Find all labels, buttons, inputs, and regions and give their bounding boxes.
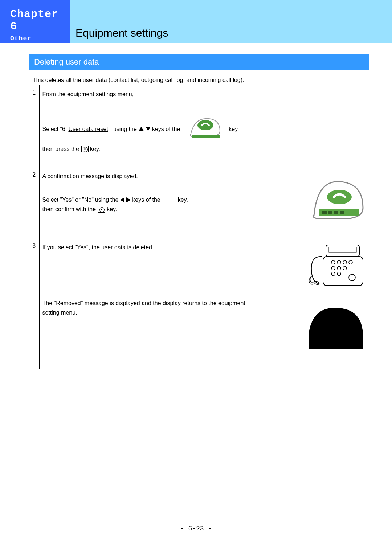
- svg-rect-6: [334, 211, 338, 214]
- text: then confirm with the: [42, 205, 96, 214]
- step-number: 2: [29, 167, 39, 238]
- down-arrow-icon: [146, 127, 151, 131]
- text: keys of the: [132, 195, 160, 205]
- handset-icon: [184, 114, 227, 145]
- step-content: From the equipment settings menu, Select…: [39, 85, 369, 167]
- svg-rect-9: [329, 247, 356, 252]
- svg-point-2: [327, 190, 352, 204]
- left-arrow-icon: [120, 197, 124, 202]
- step-line: The "Removed" message is displayed and t…: [42, 299, 246, 317]
- step-line: Select "6. User data reset " using the k…: [42, 114, 367, 145]
- intro-text: This deletes all the user data (contact …: [33, 77, 369, 85]
- table-row: 1 From the equipment settings menu, Sele…: [29, 85, 369, 167]
- text-underlined: User data reset: [68, 124, 108, 134]
- svg-rect-4: [322, 211, 327, 214]
- section-title: Equipment settings: [75, 27, 168, 39]
- svg-point-18: [331, 272, 335, 276]
- step-number: 1: [29, 85, 39, 167]
- svg-point-15: [331, 266, 335, 270]
- text: Select "6.: [42, 124, 67, 134]
- telephone-icon: [305, 241, 367, 295]
- step-line: then confirm with the key.: [42, 205, 302, 214]
- svg-rect-5: [328, 211, 332, 214]
- right-arrow-icon: [126, 197, 131, 202]
- table-row: 3 If you select ": [29, 238, 369, 369]
- step-line: Select "Yes" or "No" using the keys of t…: [42, 195, 302, 205]
- handset-silhouette-icon: [305, 299, 367, 356]
- svg-point-12: [337, 260, 341, 264]
- svg-point-16: [337, 266, 341, 270]
- text: keys of the: [152, 124, 180, 134]
- chapter-subtitle: Other settings: [10, 35, 70, 49]
- step-number: 3: [29, 238, 39, 369]
- svg-point-20: [349, 274, 355, 281]
- page-number: - 6-23 -: [0, 525, 392, 532]
- enter-key-icon: [81, 146, 89, 152]
- handset-display-icon: [309, 172, 367, 225]
- text: key,: [229, 124, 239, 134]
- svg-point-11: [331, 260, 335, 264]
- svg-rect-7: [340, 211, 344, 214]
- text: " using the: [110, 124, 137, 134]
- svg-point-14: [349, 260, 352, 264]
- svg-point-19: [337, 272, 341, 276]
- step-line: From the equipment settings menu,: [42, 90, 367, 99]
- text: then press the: [42, 144, 79, 154]
- text: Select "Yes" or "No": [42, 195, 94, 205]
- enter-key-icon: [98, 206, 105, 213]
- table-row: 2 A confirmation message is displayed. S…: [29, 167, 369, 238]
- text: the: [110, 195, 118, 205]
- text: key.: [90, 144, 100, 154]
- text-underlined: using: [95, 195, 109, 205]
- svg-point-17: [343, 266, 347, 270]
- step-content: If you select "Yes", the user data is de…: [39, 238, 369, 369]
- svg-rect-10: [323, 257, 363, 286]
- subheading-bar: Deleting user data: [29, 54, 369, 70]
- svg-rect-1: [192, 135, 220, 138]
- text: key,: [178, 195, 188, 205]
- steps-table: 1 From the equipment settings menu, Sele…: [29, 85, 369, 369]
- text: key.: [107, 205, 117, 214]
- header-band: Chapter 6 Other settings Equipment setti…: [0, 0, 392, 43]
- step-content: A confirmation message is displayed. Sel…: [39, 167, 369, 238]
- svg-point-13: [343, 260, 347, 264]
- up-arrow-icon: [139, 127, 144, 131]
- step-line: then press the key.: [42, 144, 367, 154]
- chapter-box: Chapter 6 Other settings: [0, 0, 70, 43]
- svg-rect-8: [326, 245, 359, 257]
- chapter-number: Chapter 6: [10, 8, 70, 33]
- svg-point-0: [197, 120, 213, 130]
